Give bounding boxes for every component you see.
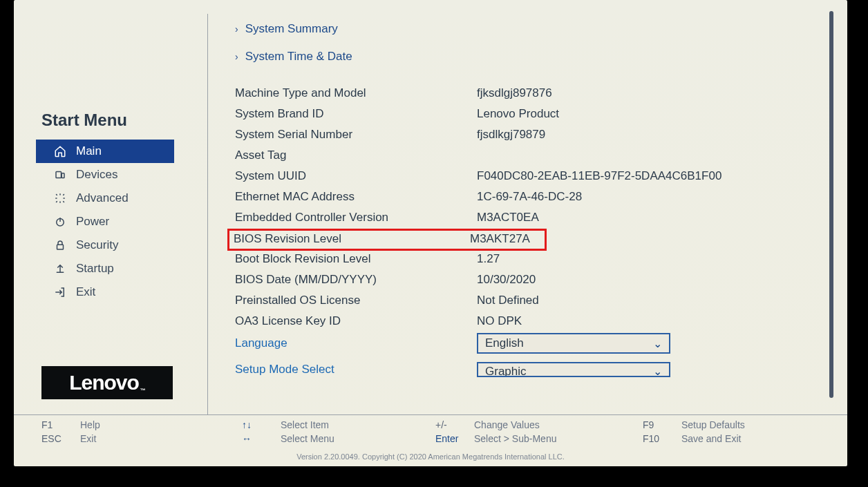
field-value: 1C-69-7A-46-DC-28	[477, 190, 582, 204]
field-label: BIOS Date (MM/DD/YYYY)	[235, 273, 477, 287]
field-value: 10/30/2020	[477, 273, 536, 287]
footer: F1 Help ↑↓ Select Item +/- Change Values…	[14, 414, 847, 466]
chevron-right-icon: ›	[235, 51, 238, 62]
submenu-system-summary[interactable]: › System Summary	[235, 22, 806, 36]
advanced-icon	[54, 192, 66, 204]
row-uuid: System UUID F040DC80-2EAB-11EB-97F2-5DAA…	[235, 167, 806, 188]
hint-submenu: Select > Sub-Menu	[474, 433, 556, 444]
select-value: Graphic	[485, 365, 527, 377]
key-leftright: ↔	[242, 433, 270, 444]
hint-change-values: Change Values	[474, 419, 540, 430]
field-label: OA3 License Key ID	[235, 314, 477, 328]
hint-select-item: Select Item	[281, 419, 329, 430]
field-label: Asset Tag	[235, 149, 477, 162]
devices-icon	[54, 169, 66, 181]
field-label: System Serial Number	[235, 128, 477, 142]
nav-power[interactable]: Power	[14, 210, 207, 233]
nav-label: Power	[76, 215, 109, 229]
lock-icon	[54, 239, 66, 251]
nav-label: Advanced	[76, 191, 129, 205]
sidebar: Start Menu Main Devices Advanced	[14, 0, 207, 414]
field-label: Preinstalled OS License	[235, 294, 477, 307]
chevron-right-icon: ›	[235, 23, 238, 35]
field-label: Setup Mode Select	[235, 363, 477, 376]
row-language: Language English ⌄	[235, 333, 806, 356]
field-label: Boot Block Revision Level	[235, 252, 477, 266]
field-value: Not Defined	[477, 294, 539, 307]
svg-rect-4	[57, 245, 64, 249]
row-brand-id: System Brand ID Lenovo Product	[235, 105, 806, 126]
key-f10: F10	[643, 433, 670, 444]
submenu-time-date[interactable]: › System Time & Date	[235, 50, 806, 64]
key-updown: ↑↓	[242, 419, 270, 430]
row-boot-block: Boot Block Revision Level 1.27	[235, 250, 806, 271]
nav-advanced[interactable]: Advanced	[14, 187, 207, 210]
content-panel: › System Summary › System Time & Date Ma…	[207, 0, 847, 414]
field-label: Machine Type and Model	[235, 86, 477, 100]
power-icon	[54, 216, 66, 228]
hint-help: Help	[80, 419, 100, 430]
home-icon	[54, 145, 66, 157]
nav-main[interactable]: Main	[36, 140, 174, 163]
field-value: fjsdlkgj79879	[477, 128, 545, 142]
nav-startup[interactable]: Startup	[14, 257, 207, 280]
field-label: Ethernet MAC Address	[235, 190, 477, 204]
nav-label: Security	[76, 238, 118, 252]
svg-rect-0	[56, 172, 62, 178]
scrollbar[interactable]	[829, 11, 833, 398]
sidebar-title: Start Menu	[14, 111, 207, 130]
field-value: M3AKT27A	[470, 232, 530, 246]
field-value: Lenovo Product	[477, 107, 559, 121]
main-area: Start Menu Main Devices Advanced	[14, 0, 847, 414]
row-asset-tag: Asset Tag	[235, 146, 806, 167]
divider	[207, 14, 208, 414]
field-value: NO DPK	[477, 314, 522, 328]
field-label: Embedded Controller Version	[235, 211, 477, 225]
nav-label: Main	[76, 144, 102, 158]
field-value: M3ACT0EA	[477, 211, 539, 225]
bios-screen: Start Menu Main Devices Advanced	[14, 0, 847, 466]
row-mac: Ethernet MAC Address 1C-69-7A-46-DC-28	[235, 188, 806, 209]
field-label: Language	[235, 336, 477, 350]
exit-icon	[54, 286, 66, 298]
hint-select-menu: Select Menu	[281, 433, 334, 444]
setup-mode-select[interactable]: Graphic ⌄	[477, 362, 670, 377]
field-value: F040DC80-2EAB-11EB-97F2-5DAA4C6B1F00	[477, 169, 721, 183]
row-os-license: Preinstalled OS License Not Defined	[235, 292, 806, 312]
submenu-label: System Summary	[245, 22, 338, 36]
nav-label: Devices	[76, 168, 117, 182]
nav-devices[interactable]: Devices	[14, 163, 207, 187]
submenu-label: System Time & Date	[245, 50, 352, 64]
row-serial: System Serial Number fjsdlkgj79879	[235, 126, 806, 146]
row-bios-date: BIOS Date (MM/DD/YYYY) 10/30/2020	[235, 271, 806, 292]
row-setup-mode: Setup Mode Select Graphic ⌄	[235, 361, 806, 381]
language-select[interactable]: English ⌄	[477, 333, 670, 354]
nav-exit[interactable]: Exit	[14, 280, 207, 304]
row-ec-version: Embedded Controller Version M3ACT0EA	[235, 209, 806, 229]
row-oa3: OA3 License Key ID NO DPK	[235, 312, 806, 333]
chevron-down-icon: ⌄	[653, 337, 662, 350]
copyright: Version 2.20.0049. Copyright (C) 2020 Am…	[14, 446, 847, 461]
select-value: English	[485, 336, 524, 350]
svg-rect-1	[62, 173, 64, 178]
key-f9: F9	[643, 419, 670, 430]
field-label: BIOS Revision Level	[234, 232, 470, 246]
nav-security[interactable]: Security	[14, 233, 207, 257]
hint-save-exit: Save and Exit	[681, 433, 741, 444]
nav-label: Exit	[76, 285, 95, 299]
field-value: fjksdlgj897876	[477, 86, 552, 100]
hint-exit: Exit	[80, 433, 96, 444]
row-machine-type: Machine Type and Model fjksdlgj897876	[235, 84, 806, 105]
lenovo-logo: Lenovo™	[41, 366, 173, 399]
key-f1: F1	[41, 419, 69, 430]
chevron-down-icon: ⌄	[653, 365, 662, 377]
row-bios-revision: BIOS Revision Level M3AKT27A	[228, 229, 546, 250]
hint-defaults: Setup Defaults	[681, 419, 745, 430]
field-value: 1.27	[477, 252, 500, 266]
field-label: System UUID	[235, 169, 477, 183]
field-label: System Brand ID	[235, 107, 477, 121]
nav-label: Startup	[76, 262, 114, 276]
startup-icon	[54, 262, 66, 275]
key-esc: ESC	[41, 433, 69, 444]
key-enter: Enter	[435, 433, 463, 444]
